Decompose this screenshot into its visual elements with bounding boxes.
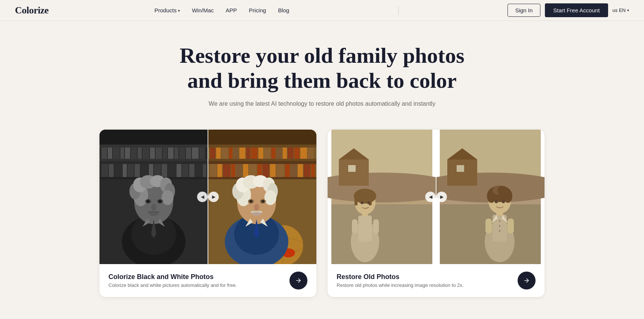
svg-point-123 <box>252 212 261 216</box>
svg-rect-97 <box>304 164 310 177</box>
svg-rect-29 <box>149 164 153 177</box>
svg-rect-94 <box>285 164 290 177</box>
card-colorize-title: Colorize Black and White Photos <box>108 273 237 281</box>
svg-rect-68 <box>233 148 239 159</box>
svg-point-55 <box>151 204 156 211</box>
svg-rect-7 <box>125 148 130 159</box>
svg-point-120 <box>261 200 264 203</box>
svg-point-119 <box>249 200 252 203</box>
nav-divider <box>398 6 399 15</box>
svg-rect-79 <box>300 148 307 159</box>
svg-rect-35 <box>189 164 194 177</box>
nav-item-pricing[interactable]: Pricing <box>249 7 266 13</box>
arrow-left-icon-2[interactable]: ◀ <box>425 192 436 202</box>
svg-point-116 <box>264 190 276 205</box>
svg-rect-66 <box>221 148 228 159</box>
svg-point-142 <box>367 202 370 204</box>
logo[interactable]: Colorize <box>15 5 49 16</box>
nav-links: Products ▾ Win/Mac APP Pricing Blog <box>154 7 289 13</box>
svg-rect-2 <box>99 145 208 148</box>
hero-heading-line1: Restore your old family photos <box>180 43 464 68</box>
svg-rect-13 <box>163 148 167 159</box>
svg-rect-92 <box>270 164 276 177</box>
card-restore-arrow-button[interactable] <box>518 272 536 289</box>
svg-rect-12 <box>156 148 162 159</box>
nav-link-products[interactable]: Products <box>154 7 177 13</box>
arrow-left-icon[interactable]: ◀ <box>197 192 208 202</box>
svg-rect-28 <box>141 164 148 177</box>
locale-selector[interactable]: us EN ▾ <box>613 7 629 13</box>
svg-rect-8 <box>131 148 137 159</box>
svg-rect-64 <box>210 148 215 159</box>
arrow-right-icon-2 <box>523 277 530 284</box>
svg-rect-150 <box>457 165 464 172</box>
svg-point-57 <box>149 212 158 216</box>
svg-rect-144 <box>373 219 379 233</box>
svg-rect-130 <box>339 160 369 186</box>
svg-point-141 <box>361 202 364 204</box>
start-free-button[interactable]: Start Free Account <box>545 3 608 17</box>
nav-item-blog[interactable]: Blog <box>278 7 289 13</box>
card-restore-image: ◀ ▶ <box>328 130 545 264</box>
card-colorize-text: Colorize Black and White Photos Colorize… <box>108 273 237 288</box>
svg-point-121 <box>254 204 259 211</box>
svg-rect-20 <box>99 159 208 161</box>
svg-rect-62 <box>208 130 316 145</box>
arrow-right-icon[interactable]: ▶ <box>208 192 219 202</box>
card-colorize-description: Colorize black and white pictures automa… <box>108 282 237 288</box>
svg-rect-88 <box>243 164 248 177</box>
svg-rect-74 <box>271 148 276 159</box>
svg-rect-34 <box>182 164 188 177</box>
card-restore-title: Restore Old Photos <box>337 273 464 281</box>
svg-rect-78 <box>294 148 300 159</box>
svg-rect-63 <box>208 145 316 148</box>
svg-rect-26 <box>128 164 134 177</box>
svg-rect-10 <box>142 148 149 159</box>
svg-rect-24 <box>114 164 122 177</box>
card-colorize: ◀ ▶ Colorize Black and White Photos Colo… <box>99 130 316 297</box>
nav-item-products[interactable]: Products ▾ <box>154 7 180 13</box>
nav-link-pricing[interactable]: Pricing <box>249 7 266 13</box>
svg-rect-36 <box>195 164 202 177</box>
before-after-slider-2[interactable]: ◀ ▶ <box>328 130 545 264</box>
arrow-right-icon <box>295 277 302 284</box>
nav-link-blog[interactable]: Blog <box>278 7 289 13</box>
svg-rect-33 <box>177 164 181 177</box>
svg-rect-169 <box>507 219 514 233</box>
before-half <box>99 130 208 264</box>
slider-arrows[interactable]: ◀ ▶ <box>197 192 219 202</box>
svg-rect-25 <box>123 164 127 177</box>
svg-rect-69 <box>239 148 245 159</box>
svg-rect-27 <box>135 164 140 177</box>
after-half <box>208 130 316 264</box>
svg-point-155 <box>499 225 500 227</box>
card-colorize-arrow-button[interactable] <box>289 272 307 289</box>
slider-arrows-2[interactable]: ◀ ▶ <box>425 192 447 202</box>
card-restore: ◀ ▶ Restore Old Photos Restore old photo… <box>328 130 545 297</box>
svg-rect-17 <box>186 148 191 159</box>
chevron-down-icon: ▾ <box>178 9 180 13</box>
sign-in-button[interactable]: Sign In <box>507 4 541 17</box>
svg-rect-31 <box>162 164 167 177</box>
svg-point-53 <box>147 200 150 203</box>
svg-rect-91 <box>263 164 269 177</box>
arrow-right-icon-2[interactable]: ▶ <box>436 192 447 202</box>
svg-rect-76 <box>283 148 287 159</box>
before-after-slider[interactable]: ◀ ▶ <box>99 130 316 264</box>
svg-rect-18 <box>192 148 199 159</box>
svg-rect-75 <box>276 148 282 159</box>
svg-rect-80 <box>308 148 313 159</box>
svg-rect-22 <box>101 164 108 177</box>
svg-rect-16 <box>179 148 185 159</box>
nav-item-app[interactable]: APP <box>226 7 237 13</box>
svg-rect-15 <box>174 148 178 159</box>
svg-rect-14 <box>168 148 174 159</box>
nav-link-winmac[interactable]: Win/Mac <box>192 7 214 13</box>
hero-heading-line2: and bring them back to color <box>187 68 457 93</box>
after-half-2 <box>436 130 545 264</box>
nav-item-winmac[interactable]: Win/Mac <box>192 7 214 13</box>
svg-rect-1 <box>99 130 208 145</box>
svg-rect-37 <box>203 164 206 177</box>
nav-link-app[interactable]: APP <box>226 7 237 13</box>
svg-rect-96 <box>298 164 303 177</box>
